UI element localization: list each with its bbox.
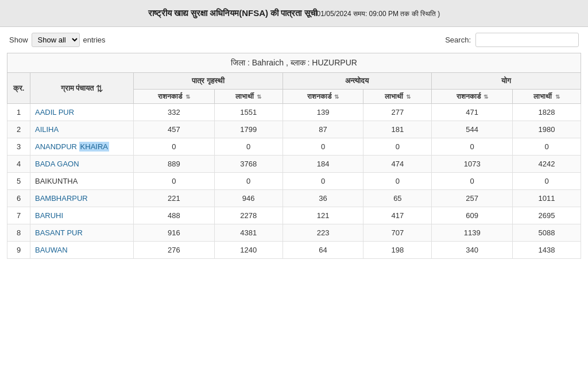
col-an-rc: राशनकार्ड ⇅ — [283, 90, 363, 104]
cell-an-lb: 181 — [363, 121, 432, 138]
highlighted-text: KHAIRA — [79, 142, 109, 152]
col-yog-lb: लाभार्थी ⇅ — [513, 90, 581, 104]
cell-name[interactable]: AILIHA — [30, 121, 134, 138]
cell-yog-rc: 544 — [432, 121, 513, 138]
table-row: 6BAMBHARPUR22194636652571011 — [7, 190, 581, 207]
sort-yog-lb[interactable]: ⇅ — [555, 94, 560, 100]
cell-pg-lb: 946 — [214, 190, 283, 207]
page-wrapper: राष्ट्रीय खाद्य सुरक्षा अधिनियम(NFSA) की… — [0, 0, 588, 392]
cell-name: ANANDPUR KHAIRA — [30, 138, 134, 156]
table-row: 9BAUWAN2761240641983401438 — [7, 242, 581, 259]
title-main: राष्ट्रीय खाद्य सुरक्षा अधिनियम(NFSA) की… — [148, 8, 317, 18]
panchayat-link[interactable]: BAMBHARPUR — [35, 194, 88, 203]
cell-pg-lb: 1551 — [214, 104, 283, 121]
panchayat-link[interactable]: BAUWAN — [35, 246, 68, 254]
cell-yog-lb: 4242 — [513, 156, 581, 173]
cell-pg-rc: 889 — [134, 156, 215, 173]
cell-yog-rc: 257 — [432, 190, 513, 207]
search-input[interactable] — [475, 33, 579, 47]
cell-pg-lb: 0 — [214, 173, 283, 190]
col-yog: योग — [432, 73, 581, 90]
cell-sr: 9 — [7, 242, 30, 259]
cell-pg-lb: 1240 — [214, 242, 283, 259]
panchayat-link[interactable]: AILIHA — [35, 125, 59, 134]
table-row: 7BARUHI48822781214176092695 — [7, 207, 581, 224]
title-timestamp: 01/05/2024 समय: 09:00 PM तक की स्थिति ) — [317, 10, 440, 18]
cell-an-rc: 139 — [283, 104, 363, 121]
cell-an-lb: 707 — [363, 224, 432, 242]
cell-an-lb: 277 — [363, 104, 432, 121]
table-row: 5BAIKUNTHA000000 — [7, 173, 581, 190]
table-row: 8BASANT PUR916438122370711395088 — [7, 224, 581, 242]
cell-an-lb: 474 — [363, 156, 432, 173]
column-group-header: क्र. ग्राम पंचायत ⇅ पात्र गृहस्थी अन्त्य… — [7, 73, 581, 90]
col-patra-grihasthi: पात्र गृहस्थी — [134, 73, 283, 90]
col-pg-rc: राशनकार्ड ⇅ — [134, 90, 215, 104]
entries-label: entries — [83, 36, 106, 44]
cell-an-rc: 184 — [283, 156, 363, 173]
entries-select[interactable]: Show all 10 25 50 100 — [32, 33, 80, 47]
cell-yog-lb: 1438 — [513, 242, 581, 259]
panchayat-link[interactable]: AADIL PUR — [35, 108, 74, 117]
cell-yog-lb: 2695 — [513, 207, 581, 224]
panchayat-link[interactable]: BADA GAON — [35, 160, 79, 168]
col-antyodaya: अन्त्योदय — [283, 73, 432, 90]
sort-yog-rc[interactable]: ⇅ — [483, 94, 488, 100]
cell-sr: 1 — [7, 104, 30, 121]
district-row: जिला : Bahraich , ब्लाक : HUZURPUR — [7, 53, 581, 73]
cell-name[interactable]: BASANT PUR — [30, 224, 134, 242]
cell-yog-rc: 340 — [432, 242, 513, 259]
cell-name[interactable]: BAUWAN — [30, 242, 134, 259]
cell-an-rc: 87 — [283, 121, 363, 138]
cell-an-rc: 121 — [283, 207, 363, 224]
table-row: 1AADIL PUR33215511392774711828 — [7, 104, 581, 121]
cell-yog-lb: 1828 — [513, 104, 581, 121]
col-pg-lb: लाभार्थी ⇅ — [214, 90, 283, 104]
panchayat-link[interactable]: BASANT PUR — [35, 228, 83, 237]
sort-icon-gram[interactable]: ⇅ — [96, 84, 103, 92]
cell-an-lb: 0 — [363, 173, 432, 190]
cell-yog-lb: 1011 — [513, 190, 581, 207]
cell-sr: 2 — [7, 121, 30, 138]
cell-an-rc: 0 — [283, 173, 363, 190]
cell-name: BAIKUNTHA — [30, 173, 134, 190]
cell-sr: 7 — [7, 207, 30, 224]
cell-name[interactable]: BADA GAON — [30, 156, 134, 173]
cell-sr: 8 — [7, 224, 30, 242]
cell-sr: 3 — [7, 138, 30, 156]
table-row: 2AILIHA4571799871815441980 — [7, 121, 581, 138]
cell-yog-rc: 471 — [432, 104, 513, 121]
col-an-lb: लाभार्थी ⇅ — [363, 90, 432, 104]
col-yog-rc: राशनकार्ड ⇅ — [432, 90, 513, 104]
cell-yog-lb: 5088 — [513, 224, 581, 242]
sort-pg-lb[interactable]: ⇅ — [257, 94, 261, 100]
cell-name[interactable]: BARUHI — [30, 207, 134, 224]
cell-pg-rc: 916 — [134, 224, 215, 242]
table-body: 1AADIL PUR332155113927747118282AILIHA457… — [7, 104, 581, 259]
cell-pg-lb: 1799 — [214, 121, 283, 138]
cell-an-rc: 0 — [283, 138, 363, 156]
cell-pg-lb: 0 — [214, 138, 283, 156]
cell-pg-lb: 3768 — [214, 156, 283, 173]
table-row: 4BADA GAON889376818447410734242 — [7, 156, 581, 173]
cell-sr: 6 — [7, 190, 30, 207]
cell-yog-lb: 1980 — [513, 121, 581, 138]
sort-an-lb[interactable]: ⇅ — [406, 94, 411, 100]
sort-pg-rc[interactable]: ⇅ — [185, 94, 190, 100]
cell-pg-lb: 2278 — [214, 207, 283, 224]
cell-name[interactable]: BAMBHARPUR — [30, 190, 134, 207]
cell-yog-rc: 0 — [432, 138, 513, 156]
cell-yog-rc: 609 — [432, 207, 513, 224]
cell-an-rc: 64 — [283, 242, 363, 259]
show-label: Show — [9, 36, 28, 44]
sort-an-rc[interactable]: ⇅ — [334, 94, 339, 100]
cell-name[interactable]: AADIL PUR — [30, 104, 134, 121]
cell-pg-rc: 457 — [134, 121, 215, 138]
district-info: जिला : Bahraich , ब्लाक : HUZURPUR — [7, 53, 581, 73]
cell-yog-rc: 1139 — [432, 224, 513, 242]
cell-pg-rc: 0 — [134, 173, 215, 190]
cell-an-rc: 223 — [283, 224, 363, 242]
cell-sr: 4 — [7, 156, 30, 173]
cell-an-rc: 36 — [283, 190, 363, 207]
panchayat-link[interactable]: BARUHI — [35, 211, 63, 220]
